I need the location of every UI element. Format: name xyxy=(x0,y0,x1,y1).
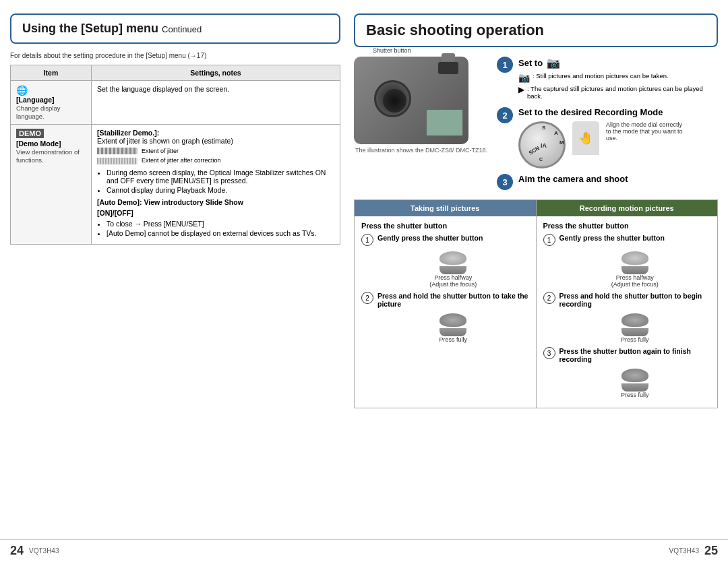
motion-press-3-icon: Press fully xyxy=(559,369,711,398)
motion-press-label-1b: (Adjust the focus) xyxy=(611,281,659,288)
dial-scn: SCN xyxy=(528,145,541,156)
dial-m: M xyxy=(559,139,564,146)
camera-viewfinder xyxy=(438,62,458,74)
still-body: Press the shutter button 1 Gently press … xyxy=(355,216,536,408)
jitter-graphic-1 xyxy=(97,148,138,154)
left-footer-code: VQT3H43 xyxy=(29,547,59,555)
left-page-num: 24 xyxy=(10,544,24,558)
still-sub-step-1: 1 Gently press the shutter button xyxy=(361,234,529,246)
motion-sub-1-num: 1 xyxy=(543,234,555,246)
dial-ifa: iA xyxy=(541,142,547,149)
step-3-title: Aim the camera and shoot xyxy=(518,174,718,184)
setup-note: For details about the setting procedure … xyxy=(10,52,340,59)
jitter-graphic-2 xyxy=(97,158,138,164)
jitter-bar-1 xyxy=(97,148,138,154)
camera-body xyxy=(354,57,468,144)
table-row-demo: DEMO [Demo Mode] View demonstration of f… xyxy=(11,125,340,245)
camera-mode-icon: 📷 xyxy=(547,57,560,69)
shutter-btn-graphic-1 xyxy=(439,251,466,265)
step-2-title: Set to the desired Recording Mode xyxy=(518,107,718,117)
on-off-label: [ON]/[OFF] xyxy=(97,209,133,217)
motion-sub-3-num: 3 xyxy=(543,347,555,359)
right-page-num: 25 xyxy=(704,544,718,558)
step-2-num: 2 xyxy=(497,107,513,123)
step-1-desc-still: 📷 : Still pictures and motion pictures c… xyxy=(518,72,718,83)
motion-header: Recording motion pictures xyxy=(537,200,718,216)
still-press-title: Press the shutter button xyxy=(361,222,529,230)
motion-press-label-2: Press fully xyxy=(621,336,649,343)
col-settings: Settings, notes xyxy=(92,65,340,81)
step-3-num: 3 xyxy=(497,174,513,190)
still-press-label-2: Press fully xyxy=(439,336,467,343)
on-off-bullets: To close → Press [MENU/SET] [Auto Demo] … xyxy=(97,220,334,237)
motion-press-1-icon: Press halfway (Adjust the focus) xyxy=(559,251,711,288)
language-label: [Language] xyxy=(16,96,55,104)
bullet-1: During demo screen display, the Optical … xyxy=(107,168,334,185)
motion-sub-step-2: 2 Press and hold the shutter button to b… xyxy=(543,292,711,308)
motion-sub-step-3: 3 Press the shutter button again to fini… xyxy=(543,347,711,363)
steps-area: Shutter button The illustration shows th… xyxy=(354,57,718,190)
jitter-label-2: Extent of jitter after correction xyxy=(142,157,221,164)
hand-area: 🤚 xyxy=(572,121,599,155)
camera-note: The illustration shows the DMC-ZS8/ DMC-… xyxy=(354,147,489,154)
footer-right: VQT3H43 25 xyxy=(669,544,719,558)
footer-left: 24 VQT3H43 xyxy=(10,544,59,558)
shooting-sections: Taking still pictures Press the shutter … xyxy=(354,199,718,408)
motion-press-container-2: Press fully xyxy=(559,313,711,343)
still-sub-2-num: 2 xyxy=(361,292,373,304)
camera-lens xyxy=(374,80,411,117)
motion-sub-3-text: Press the shutter button again to finish… xyxy=(559,347,711,363)
still-header: Taking still pictures xyxy=(355,200,536,216)
motion-press-container-3: Press fully xyxy=(559,369,711,398)
step-1-num: 1 xyxy=(497,57,513,73)
language-settings: Set the language displayed on the screen… xyxy=(92,81,340,125)
motion-sub-step-1: 1 Gently press the shutter button xyxy=(543,234,711,246)
dial-s: S xyxy=(542,125,545,131)
shutter-btn-base-1 xyxy=(439,266,466,274)
still-press-2-icon: Press fully xyxy=(377,313,529,343)
step-1-desc-play: ▶ : The captured still pictures and moti… xyxy=(518,85,718,100)
jitter-bar-2 xyxy=(97,156,138,164)
right-title-box: Basic shooting operation xyxy=(354,13,718,47)
still-col: Taking still pictures Press the shutter … xyxy=(355,200,536,408)
still-sub-step-2: 2 Press and hold the shutter button to t… xyxy=(361,292,529,308)
step-3-content: Aim the camera and shoot xyxy=(518,174,718,184)
step-1-content: Set to 📷 📷 : Still pictures and motion p… xyxy=(518,57,718,102)
still-sub-2-text: Press and hold the shutter button to tak… xyxy=(377,292,529,308)
shutter-button-label: Shutter button xyxy=(373,47,411,54)
still-press-label-1b: (Adjust the focus) xyxy=(429,281,477,288)
hand-icon: 🤚 xyxy=(572,121,599,155)
motion-shutter-base-2 xyxy=(621,328,648,336)
bullet-2: Cannot display during Playback Mode. xyxy=(107,186,334,194)
demo-settings: [Stabilizer Demo.]: Extent of jitter is … xyxy=(92,125,340,245)
motion-shutter-btn-1 xyxy=(621,251,648,265)
step-2-content: Set to the desired Recording Mode S A M … xyxy=(518,107,718,168)
step-2: 2 Set to the desired Recording Mode S A … xyxy=(497,107,718,168)
motion-press-container-1: Press halfway (Adjust the focus) xyxy=(559,251,711,288)
stabilizer-desc: Extent of jitter is shown on graph (esti… xyxy=(97,137,334,145)
camera-screen xyxy=(426,109,463,136)
motion-col: Recording motion pictures Press the shut… xyxy=(537,200,718,408)
press-container-1: Press halfway (Adjust the focus) xyxy=(377,251,529,288)
press-container-2: Press fully xyxy=(377,313,529,343)
camera-shutter xyxy=(442,53,455,61)
continued-label: Continued xyxy=(162,24,202,34)
language-desc: Change display language. xyxy=(16,104,61,120)
left-title-box: Using the [Setup] menu Continued xyxy=(10,13,340,44)
right-page: Basic shooting operation Shutter button xyxy=(354,13,718,532)
motion-sub-1-text: Gently press the shutter button xyxy=(559,234,665,242)
step-3: 3 Aim the camera and shoot xyxy=(497,174,718,190)
motion-shutter-base-1 xyxy=(621,266,648,274)
language-icon: 🌐 xyxy=(16,85,86,96)
demo-desc: View demonstration of functions. xyxy=(16,148,80,164)
left-page-title: Using the [Setup] menu Continued xyxy=(22,22,328,36)
motion-press-title: Press the shutter button xyxy=(543,222,711,230)
motion-press-label-3: Press fully xyxy=(621,392,649,398)
steps-list: 1 Set to 📷 📷 : Still pictures and motion… xyxy=(497,57,718,190)
jitter-label-1: Extent of jitter xyxy=(142,148,179,154)
col-item: Item xyxy=(11,65,92,81)
motion-shutter-btn-2 xyxy=(621,313,648,327)
demo-icon: DEMO xyxy=(16,129,44,138)
language-item: 🌐 [Language] Change display language. xyxy=(11,81,92,125)
still-sub-1-num: 1 xyxy=(361,234,373,246)
